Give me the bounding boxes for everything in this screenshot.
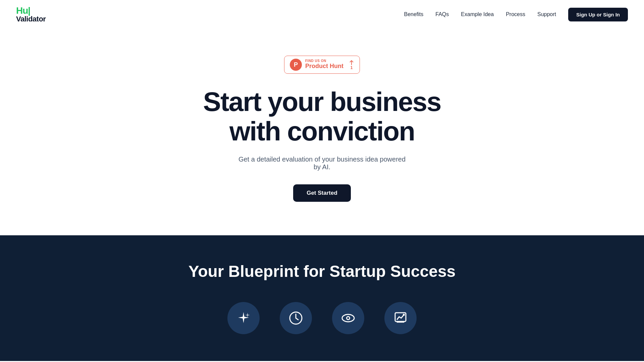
dark-section: Your Blueprint for Startup Success — [0, 235, 644, 361]
dark-section-title: Your Blueprint for Startup Success — [189, 262, 456, 281]
get-started-button[interactable]: Get Started — [293, 184, 351, 202]
feature-sparkle — [227, 302, 260, 334]
nav-example-idea[interactable]: Example Idea — [461, 11, 494, 17]
features-row — [227, 302, 417, 334]
product-hunt-text: FIND US ON Product Hunt — [305, 59, 343, 70]
logo[interactable]: Hu| Validator — [16, 6, 46, 23]
signup-button[interactable]: Sign Up or Sign In — [568, 8, 628, 21]
sparkle-icon — [227, 302, 260, 334]
hero-subtitle: Get a detailed evaluation of your busine… — [238, 156, 406, 171]
product-hunt-find-label: FIND US ON — [305, 59, 326, 63]
logo-validator: Validator — [16, 15, 46, 23]
feature-clock — [280, 302, 312, 334]
eye-icon — [332, 302, 364, 334]
clock-icon — [280, 302, 312, 334]
feature-chart — [384, 302, 417, 334]
nav-links: Benefits FAQs Example Idea Process Suppo… — [404, 8, 628, 21]
chart-icon — [384, 302, 417, 334]
svg-point-3 — [347, 317, 349, 319]
navbar: Hu| Validator Benefits FAQs Example Idea… — [0, 0, 644, 29]
hero-title: Start your business with conviction — [203, 87, 441, 146]
logo-hu: Hu| — [16, 6, 46, 15]
nav-support[interactable]: Support — [537, 11, 556, 17]
hero-title-line1: Start your business — [203, 87, 441, 117]
hero-title-line2: with conviction — [229, 116, 415, 146]
product-hunt-name: Product Hunt — [305, 63, 343, 70]
product-hunt-logo: P — [290, 59, 302, 71]
product-hunt-arrow: 1 — [349, 59, 354, 70]
hero-section: P FIND US ON Product Hunt 1 Start your b… — [0, 29, 644, 235]
product-hunt-badge[interactable]: P FIND US ON Product Hunt 1 — [284, 56, 360, 74]
nav-faqs[interactable]: FAQs — [435, 11, 449, 17]
svg-point-5 — [403, 314, 405, 316]
feature-eye — [332, 302, 364, 334]
nav-benefits[interactable]: Benefits — [404, 11, 423, 17]
nav-process[interactable]: Process — [506, 11, 525, 17]
